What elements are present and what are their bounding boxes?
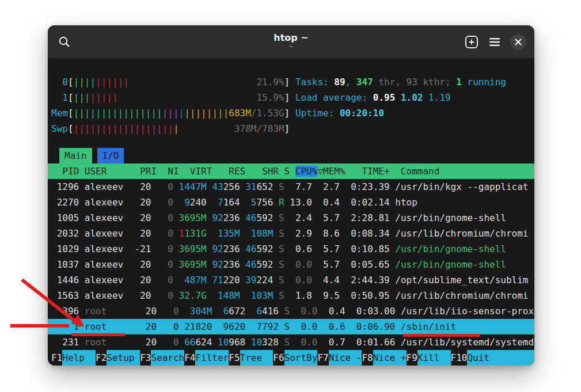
- fn-action-label: SortBy: [284, 350, 318, 366]
- process-row[interactable]: 1005 alexeev 20 0 3695M 92236 46592 S 2.…: [48, 210, 534, 226]
- cpu1-meter: 1[|||||||| 15.9%] Load average: 0.95 1.0…: [51, 90, 531, 105]
- fnkey-F1[interactable]: F1Help: [51, 350, 96, 366]
- process-table: 1296 alexeev 20 0 1447M 43256 31652 S 7.…: [51, 179, 531, 350]
- memory-meter: Mem[||||||||||||||||||||||||||||683M/1.5…: [51, 105, 531, 121]
- process-row-selected[interactable]: 1 root 20 0 21820 9620 7792 S 0.0 0.6 0:…: [48, 319, 534, 334]
- fn-action-label: Help: [62, 350, 96, 366]
- process-row[interactable]: 1029 alexeev -21 0 3695M 92236 46592 S 0…: [48, 241, 534, 257]
- process-row[interactable]: 1037 alexeev 20 0 3695M 92236 46592 S 0.…: [48, 257, 534, 272]
- fn-key-label: F10: [451, 350, 468, 366]
- process-row[interactable]: 1563 alexeev 20 0 32.7G 148M 103M S 1.8 …: [48, 288, 534, 303]
- fn-action-label: Search: [151, 350, 184, 366]
- new-tab-icon[interactable]: [464, 35, 479, 50]
- fn-key-label: F1: [51, 350, 62, 366]
- fn-action-label: Setup: [107, 350, 140, 366]
- fnkey-F3[interactable]: F3Search: [140, 350, 184, 366]
- fn-key-label: F8: [362, 350, 373, 366]
- close-icon[interactable]: [510, 34, 526, 50]
- menu-icon[interactable]: [487, 35, 502, 50]
- fn-key-label: F6: [273, 350, 284, 366]
- cpu0-meter: 0[|||||||||| 21.9%] Tasks: 89, 347 thr, …: [51, 74, 531, 90]
- fnkey-F9[interactable]: F9Kill: [407, 350, 451, 366]
- tab-main[interactable]: Main: [59, 148, 92, 163]
- fn-action-label: Kill: [417, 350, 451, 366]
- titlebar: htop ~ ~: [48, 25, 534, 58]
- fn-key-label: F3: [140, 350, 151, 366]
- swap-meter: Swp[||||||||||||||||||| 378M/783M]: [51, 121, 531, 136]
- fn-key-label: F7: [317, 350, 328, 366]
- fn-action-label: Quit: [467, 350, 534, 366]
- window-subtitle: ~: [288, 43, 294, 51]
- fn-action-label: Nice +: [373, 350, 407, 366]
- window-title: htop ~: [274, 33, 308, 43]
- fnkey-F8[interactable]: F8Nice +: [362, 350, 406, 366]
- fn-key-label: F2: [96, 350, 107, 366]
- fn-key-label: F5: [229, 350, 240, 366]
- process-row[interactable]: 396 root 20 0 304M 6672 6416 S 0.0 0.4 0…: [48, 303, 534, 319]
- table-header[interactable]: PID USER PRI NI VIRT RES SHR S CPU%▽MEM%…: [48, 163, 534, 179]
- fn-action-label: Filter: [195, 350, 229, 366]
- function-key-bar: F1Help F2Setup F3SearchF4FilterF5Tree F6…: [48, 350, 534, 366]
- process-row[interactable]: 1296 alexeev 20 0 1447M 43256 31652 S 7.…: [48, 179, 534, 195]
- process-row[interactable]: 2032 alexeev 20 0 1131G 135M 108M S 2.9 …: [48, 226, 534, 241]
- annotation-underline-sbin-init: [403, 334, 480, 337]
- fn-action-label: Nice -: [329, 350, 362, 366]
- fnkey-F2[interactable]: F2Setup: [96, 350, 140, 366]
- fn-key-label: F9: [407, 350, 417, 366]
- fnkey-F6[interactable]: F6SortBy: [273, 350, 317, 366]
- fnkey-F4[interactable]: F4Filter: [184, 350, 229, 366]
- tab-io[interactable]: I/O: [97, 148, 124, 163]
- annotation-horizontal-line: [10, 324, 69, 328]
- terminal-content: 0[|||||||||| 21.9%] Tasks: 89, 347 thr, …: [48, 58, 534, 366]
- page-background: htop ~ ~: [0, 0, 581, 392]
- screen-tabs: Main I/O: [51, 148, 531, 163]
- process-row[interactable]: 2270 alexeev 20 0 9240 7164 5756 R 13.0 …: [48, 195, 534, 210]
- fn-key-label: F4: [184, 350, 195, 366]
- process-row[interactable]: 1446 alexeev 20 0 487M 71220 39224 S 0.0…: [48, 272, 534, 288]
- fnkey-F7[interactable]: F7Nice -: [317, 350, 362, 366]
- process-row[interactable]: 231 root 20 0 66624 10968 10328 S 0.0 0.…: [48, 334, 534, 350]
- annotation-underline-pid1: [71, 333, 125, 336]
- fnkey-F5[interactable]: F5Tree: [229, 350, 273, 366]
- fn-action-label: Tree: [240, 350, 274, 366]
- terminal-window: htop ~ ~: [48, 25, 534, 366]
- fnkey-F10[interactable]: F10Quit: [451, 350, 534, 366]
- system-meters: 0[|||||||||| 21.9%] Tasks: 89, 347 thr, …: [51, 74, 531, 136]
